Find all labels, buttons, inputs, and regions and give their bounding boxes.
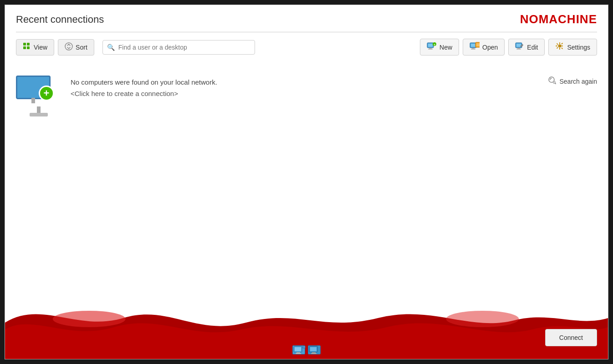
search-again-icon [547, 76, 557, 87]
svg-point-25 [53, 311, 126, 327]
svg-rect-35 [311, 353, 317, 354]
sort-button[interactable]: Sort [58, 39, 94, 56]
svg-rect-29 [296, 352, 300, 353]
title-row: Recent connections NOMACHINE [16, 12, 597, 26]
taskbar-icons [292, 345, 321, 354]
svg-point-21 [558, 45, 561, 47]
toolbar: View Sort 🔍 [5, 39, 608, 62]
view-label: View [34, 44, 47, 51]
logo: NOMACHINE [520, 12, 597, 26]
page-title: Recent connections [16, 14, 104, 25]
header-divider [16, 32, 597, 32]
svg-rect-34 [312, 352, 316, 353]
view-button[interactable]: View [16, 39, 54, 56]
settings-icon [555, 42, 564, 52]
svg-text:+: + [434, 43, 435, 46]
search-input[interactable] [102, 40, 255, 55]
svg-rect-18 [516, 44, 521, 47]
grid-icon [23, 42, 31, 52]
taskbar-icon-2[interactable] [308, 345, 321, 354]
svg-rect-1 [27, 43, 30, 46]
svg-rect-30 [296, 353, 301, 354]
no-computers-message: No computers were found on your local ne… [71, 78, 217, 86]
search-container: 🔍 [102, 40, 255, 55]
svg-rect-20 [516, 49, 521, 50]
edit-label: Edit [527, 44, 538, 51]
edit-icon [515, 42, 524, 52]
svg-rect-0 [23, 43, 26, 46]
svg-rect-6 [428, 44, 433, 47]
open-label: Open [482, 44, 498, 51]
connect-button[interactable]: Connect [545, 329, 597, 346]
open-button[interactable]: Open [463, 39, 505, 56]
empty-text: No computers were found on your local ne… [71, 76, 217, 98]
search-again-label: Search again [559, 78, 597, 85]
search-again-button[interactable]: Search again [547, 76, 597, 87]
header: Recent connections NOMACHINE [5, 5, 608, 39]
svg-rect-12 [471, 44, 475, 47]
sort-label: Sort [76, 44, 87, 51]
svg-rect-8 [428, 49, 433, 50]
settings-label: Settings [567, 44, 590, 51]
svg-rect-7 [429, 48, 432, 49]
new-label: New [439, 44, 452, 51]
svg-rect-28 [295, 347, 301, 351]
svg-rect-19 [517, 48, 520, 49]
computer-icon: + [16, 76, 61, 116]
svg-point-26 [446, 311, 519, 327]
svg-rect-16 [476, 43, 480, 46]
new-button[interactable]: + New [420, 39, 459, 56]
svg-rect-14 [471, 49, 475, 50]
svg-rect-13 [472, 48, 475, 49]
main-content: + No computers were found on your local … [5, 62, 608, 286]
sort-icon [65, 42, 73, 52]
svg-rect-33 [310, 347, 317, 351]
create-connection-link[interactable]: <Click here to create a connection> [71, 90, 178, 97]
taskbar-icon-1[interactable] [292, 345, 305, 354]
settings-button[interactable]: Settings [548, 39, 597, 56]
edit-button[interactable]: Edit [508, 39, 545, 56]
empty-state: + No computers were found on your local … [16, 76, 597, 116]
open-icon [470, 42, 480, 52]
app-window: Recent connections NOMACHINE View [5, 5, 608, 359]
footer: Connect [5, 286, 608, 359]
monitor-stand [37, 106, 41, 113]
search-icon: 🔍 [107, 44, 115, 51]
plus-badge: + [39, 86, 54, 101]
monitor-base [30, 113, 48, 116]
svg-rect-3 [27, 46, 30, 49]
new-icon: + [427, 42, 437, 52]
svg-rect-2 [23, 46, 26, 49]
svg-rect-31 [303, 346, 305, 348]
